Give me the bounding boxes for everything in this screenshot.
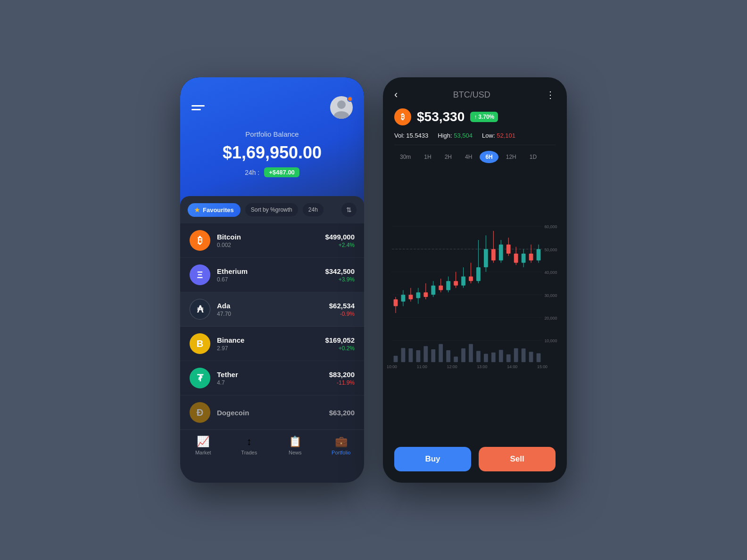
- svg-text:40,000: 40,000: [544, 270, 557, 275]
- nav-icon: 📈: [197, 436, 209, 448]
- coin-info: Tether 4.7: [217, 371, 323, 386]
- coin-icon: B: [190, 333, 210, 354]
- list-item[interactable]: Ξ Etherium 0.67 $342,500 +3.9%: [180, 258, 364, 292]
- svg-rect-62: [491, 249, 496, 260]
- svg-point-1: [337, 100, 346, 109]
- list-item[interactable]: B Binance 2.97 $169,052 +0.2%: [180, 327, 364, 361]
- time-tab-2h[interactable]: 2H: [439, 151, 457, 163]
- nav-item-trades[interactable]: ↕ Trades: [226, 436, 273, 455]
- coin-info: Bitcoin 0.002: [217, 233, 318, 248]
- time-tab-1d[interactable]: 1D: [524, 151, 542, 163]
- time-tab-4h[interactable]: 4H: [459, 151, 478, 163]
- time-tab-6h[interactable]: 6H: [480, 151, 498, 163]
- favourites-button[interactable]: ★ Favourites: [188, 203, 241, 217]
- coin-price: $169,052: [325, 336, 355, 344]
- svg-rect-41: [439, 286, 443, 290]
- coin-value: $62,534 -0.9%: [329, 302, 355, 317]
- hamburger-menu[interactable]: [191, 105, 205, 110]
- coin-name: Bitcoin: [217, 233, 318, 241]
- action-buttons: Buy Sell: [383, 439, 567, 483]
- svg-text:14:00: 14:00: [507, 364, 517, 369]
- filter-icon-button[interactable]: ⇅: [341, 203, 357, 217]
- avatar-notification-badge: [347, 96, 353, 102]
- svg-text:60,000: 60,000: [544, 224, 557, 229]
- svg-rect-39: [431, 349, 435, 362]
- portfolio-amount: $1,69,950.00: [191, 143, 353, 163]
- change-pct-text: 3.70%: [478, 114, 494, 120]
- coin-value: $63,200: [329, 409, 355, 417]
- coin-icon: Ξ: [190, 264, 210, 285]
- svg-text:11:00: 11:00: [417, 364, 427, 369]
- chart-title-suffix: /USD: [470, 90, 490, 99]
- coin-name: Binance: [217, 336, 318, 344]
- low-value: 52,101: [497, 132, 515, 139]
- svg-rect-60: [484, 354, 488, 362]
- nav-label: News: [289, 450, 302, 455]
- list-item[interactable]: ₮ Tether 4.7 $83,200 -11.9%: [180, 361, 364, 395]
- high-value: 53,504: [454, 132, 473, 139]
- coin-change: +3.9%: [325, 276, 355, 283]
- svg-rect-48: [454, 356, 458, 362]
- list-item[interactable]: ₿ Bitcoin 0.002 $499,000 +2.4%: [180, 223, 364, 258]
- coin-icon: ₮: [190, 368, 210, 388]
- time-tab-12h[interactable]: 12H: [500, 151, 522, 163]
- coin-icon: ₳: [190, 299, 210, 320]
- svg-rect-57: [476, 351, 481, 362]
- coin-name: Etherium: [217, 267, 318, 275]
- change-arrow-icon: ↑: [474, 114, 477, 120]
- coin-change: +2.4%: [325, 242, 355, 248]
- svg-rect-32: [416, 292, 420, 298]
- sort-button[interactable]: Sort by %growth: [245, 203, 298, 216]
- portfolio-header: Portfolio Balance $1,69,950.00 24h : +$4…: [180, 77, 364, 206]
- svg-text:15:00: 15:00: [537, 364, 548, 369]
- nav-icon: ↕: [247, 436, 252, 448]
- svg-rect-75: [522, 348, 526, 362]
- back-button[interactable]: ‹: [394, 89, 398, 101]
- svg-rect-63: [491, 353, 496, 362]
- svg-rect-23: [394, 299, 398, 306]
- nav-icon: 💼: [335, 436, 348, 448]
- list-item[interactable]: Ð Dogecoin $63,200: [180, 395, 364, 429]
- svg-rect-51: [461, 348, 465, 362]
- sell-button[interactable]: Sell: [479, 447, 556, 471]
- avatar-wrapper[interactable]: [330, 96, 353, 119]
- svg-rect-71: [514, 254, 518, 263]
- nav-item-portfolio[interactable]: 💼 Portfolio: [318, 436, 365, 455]
- coin-info: Ada 47.70: [217, 302, 323, 317]
- more-button[interactable]: ⋮: [546, 89, 556, 100]
- svg-rect-38: [431, 286, 435, 295]
- svg-text:10:00: 10:00: [387, 364, 397, 369]
- svg-rect-42: [439, 344, 443, 362]
- coin-icon: Ð: [190, 402, 210, 423]
- time-tab-1h[interactable]: 1H: [418, 151, 437, 163]
- coin-name: Dogecoin: [217, 409, 323, 417]
- svg-rect-47: [454, 281, 458, 286]
- buy-button[interactable]: Buy: [394, 447, 471, 471]
- nav-icon: 📋: [289, 436, 301, 448]
- svg-rect-26: [401, 295, 406, 302]
- chart-area: 60,00050,00040,00030,00020,00010,00010:0…: [383, 169, 567, 439]
- chart-header: ‹ BTC/USD ⋮: [383, 77, 567, 108]
- coin-amount: 0.67: [217, 276, 318, 283]
- coin-change: -0.9%: [329, 311, 355, 317]
- time-button[interactable]: 24h: [303, 203, 324, 216]
- coin-amount: 47.70: [217, 311, 323, 317]
- coin-info: Dogecoin: [217, 409, 323, 417]
- coin-value: $342,500 +3.9%: [325, 267, 355, 283]
- nav-item-news[interactable]: 📋 News: [272, 436, 318, 455]
- nav-item-market[interactable]: 📈 Market: [180, 436, 226, 455]
- stats-row: Vol: 15.5433 High: 53,504 Low: 52,101: [383, 130, 567, 145]
- time-tab-30m[interactable]: 30m: [394, 151, 416, 163]
- list-item[interactable]: ₳ Ada 47.70 $62,534 -0.9%: [180, 292, 364, 327]
- svg-text:20,000: 20,000: [544, 316, 557, 321]
- coin-value: $83,200 -11.9%: [329, 371, 355, 386]
- svg-rect-36: [423, 346, 428, 362]
- svg-rect-78: [529, 352, 533, 362]
- filter-bar: ★ Favourites Sort by %growth 24h ⇅: [180, 196, 364, 223]
- svg-rect-33: [416, 350, 420, 362]
- change-value: +$487.00: [264, 167, 299, 177]
- svg-rect-27: [401, 348, 406, 362]
- change-label: 24h :: [245, 169, 259, 176]
- svg-rect-68: [506, 245, 511, 254]
- svg-rect-59: [484, 249, 488, 267]
